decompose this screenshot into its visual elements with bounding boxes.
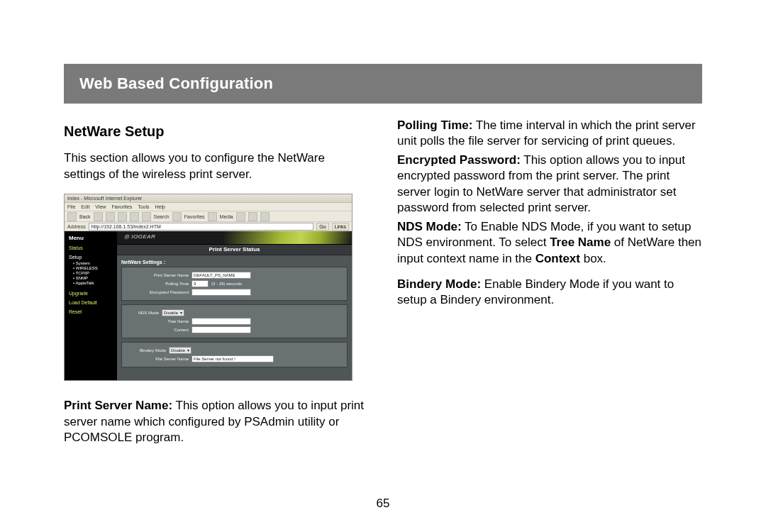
label-polling: Polling Time: [125, 282, 189, 286]
search-icon: [142, 212, 151, 221]
psn-label: Print Server Name:: [64, 399, 172, 412]
ie-address-bar: Address http://192.168.1.53/index2.HTM G…: [65, 222, 352, 231]
input-context: [192, 326, 251, 333]
nds-label: NDS Mode:: [397, 220, 462, 233]
ie-title-text: Index - Microsoft Internet Explorer: [67, 196, 142, 201]
label-nds-mode: NDS Mode: [125, 311, 159, 315]
intro-paragraph: This section allows you to configure the…: [64, 150, 369, 182]
sidebar-sub: SNMP: [73, 276, 113, 280]
history-icon: [236, 212, 245, 221]
sidebar-item-setup: Setup: [69, 255, 113, 260]
row-nds-mode: NDS Mode Disable: [125, 309, 344, 316]
favorites-label: Favorites: [184, 214, 205, 219]
hint-polling: (3 - 29) seconds: [211, 282, 242, 286]
address-box: http://192.168.1.53/index2.HTM: [89, 223, 314, 231]
form-box-nds: NDS Mode Disable Tree Name Context: [121, 304, 348, 338]
nds-text-3: box.: [580, 252, 606, 265]
label-fileserver: File Server Name: [125, 357, 189, 361]
form-box-bindery: Bindery Mode Disable File Server Name Fi…: [121, 342, 348, 367]
ie-menubar: File Edit View Favorites Tools Help: [65, 203, 352, 211]
label-context: Context: [125, 328, 189, 332]
sidebar-item-reset: Reset: [69, 309, 113, 314]
label-tree: Tree Name: [125, 319, 189, 323]
page-header-band: Web Based Configuration: [64, 64, 702, 104]
nds-bold-2: Context: [535, 252, 580, 265]
section-title: NetWare Setup: [64, 122, 369, 140]
back-icon: [67, 212, 77, 221]
netware-settings-heading: NetWare Settings :: [121, 260, 348, 265]
row-psn: Print Server Name DEFAULT_PS_NAME: [125, 272, 344, 279]
row-fileserver: File Server Name File Server not found !: [125, 355, 344, 362]
ie-menu-item: Edit: [81, 204, 89, 209]
ie-content: Menu Status Setup System WIRELESS TCP/IP…: [65, 231, 352, 380]
page-number: 65: [0, 497, 766, 511]
ie-menu-item: View: [95, 204, 106, 209]
input-encpw: [192, 289, 251, 296]
panel-area: NetWare Settings : Print Server Name DEF…: [117, 255, 352, 374]
refresh-icon: [118, 212, 127, 221]
search-label: Search: [154, 214, 170, 219]
polling-paragraph: Polling Time: The time interval in which…: [397, 118, 702, 150]
sidebar-item-load-default: Load Default: [69, 300, 113, 305]
bindery-label: Bindery Mode:: [397, 277, 481, 291]
media-label: Media: [220, 214, 233, 219]
sidebar-item-upgrade: Upgrade: [69, 291, 113, 296]
fwd-icon: [94, 212, 103, 221]
left-column: NetWare Setup This section allows you to…: [64, 118, 369, 456]
content-columns: NetWare Setup This section allows you to…: [64, 118, 702, 456]
bindery-paragraph: Bindery Mode: Enable Bindery Mode if you…: [397, 277, 702, 309]
row-tree: Tree Name: [125, 318, 344, 325]
row-polling: Polling Time 3 (3 - 29) seconds: [125, 280, 344, 287]
input-polling: 3: [192, 280, 209, 287]
stop-icon: [106, 212, 115, 221]
ie-titlebar: Index - Microsoft Internet Explorer: [65, 194, 352, 203]
media-icon: [208, 212, 217, 221]
print-icon: [260, 212, 270, 221]
app-main: IOGEAR Print Server Status NetWare Setti…: [117, 231, 352, 380]
brand-logo: IOGEAR: [124, 234, 155, 240]
nds-bold-1: Tree Name: [550, 235, 611, 249]
app-sidebar: Menu Status Setup System WIRELESS TCP/IP…: [65, 231, 117, 380]
label-encpw: Encrypted Password: [125, 290, 189, 294]
manual-page: Web Based Configuration NetWare Setup Th…: [0, 0, 766, 532]
label-psn: Print Server Name: [125, 273, 189, 277]
sidebar-sub: WIRELESS: [73, 266, 113, 270]
sidebar-sub: System: [73, 261, 113, 265]
sidebar-title: Menu: [69, 235, 113, 241]
sidebar-sub: TCP/IP: [73, 271, 113, 275]
address-label: Address: [67, 224, 86, 229]
label-bindery-mode: Bindery Mode: [125, 348, 166, 353]
links-button: Links: [332, 223, 349, 231]
sidebar-sub: AppleTalk: [73, 281, 113, 285]
select-nds-mode: Disable: [162, 309, 184, 316]
nds-paragraph: NDS Mode: To Enable NDS Mode, if you wan…: [397, 219, 702, 267]
select-bindery-mode: Disable: [169, 347, 192, 354]
row-encpw: Encrypted Password: [125, 289, 344, 296]
input-fileserver: File Server not found !: [192, 355, 274, 362]
psn-paragraph: Print Server Name: This option allows yo…: [64, 398, 369, 445]
ie-menu-item: Help: [155, 204, 165, 209]
row-context: Context: [125, 326, 344, 333]
brand-swoosh: [224, 231, 352, 244]
enc-paragraph: Encrypted Password: This option allows y…: [397, 153, 702, 216]
enc-label: Encrypted Password:: [397, 153, 521, 167]
input-tree: [192, 318, 251, 325]
page-title: Web Based Configuration: [79, 74, 273, 93]
row-bindery-mode: Bindery Mode Disable: [125, 347, 344, 354]
ie-menu-item: File: [67, 204, 75, 209]
mail-icon: [248, 212, 257, 221]
home-icon: [130, 212, 139, 221]
polling-label: Polling Time:: [397, 118, 472, 132]
input-psn: DEFAULT_PS_NAME: [192, 272, 251, 279]
go-button: Go: [316, 223, 328, 231]
status-heading: Print Server Status: [117, 245, 352, 255]
brand-bar: IOGEAR: [117, 231, 352, 245]
embedded-screenshot: Index - Microsoft Internet Explorer File…: [64, 194, 353, 381]
back-label: Back: [79, 214, 91, 219]
favorites-icon: [172, 212, 182, 221]
form-box-main: Print Server Name DEFAULT_PS_NAME Pollin…: [121, 267, 348, 301]
ie-menu-item: Favorites: [111, 204, 132, 209]
sidebar-item-status: Status: [69, 245, 113, 250]
ie-toolbar: Back Search Favorites Media: [65, 211, 352, 222]
right-column: Polling Time: The time interval in which…: [397, 118, 702, 456]
